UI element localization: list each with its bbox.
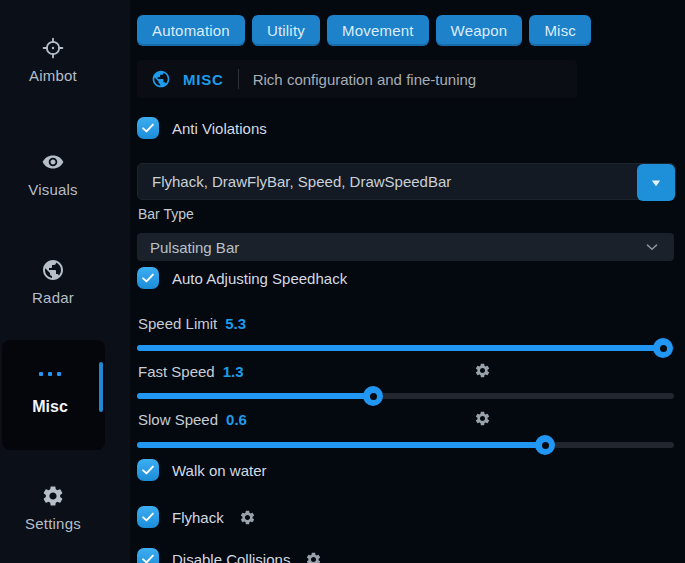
sidebar-item-label: Radar: [32, 289, 74, 306]
ellipsis-icon: [2, 372, 98, 376]
bar-type-value: Pulsating Bar: [150, 239, 643, 256]
sidebar-item-aimbot[interactable]: Aimbot: [0, 36, 106, 84]
section-subtitle: Rich configuration and fine-tuning: [253, 71, 476, 88]
slider-fill: [137, 345, 663, 351]
slider-value: 5.3: [225, 315, 246, 332]
bar-flags-field[interactable]: Flyhack, DrawFlyBar, Speed, DrawSpeedBar: [137, 163, 676, 200]
disable-collisions-row: Disable Collisions: [137, 548, 322, 563]
walk-on-water-row: Walk on water: [137, 459, 266, 481]
tab-misc[interactable]: Misc: [529, 15, 591, 46]
bar-flags-dropdown-button[interactable]: [637, 164, 675, 201]
section-title: MISC: [183, 71, 224, 88]
slider-label: Speed Limit: [138, 315, 217, 332]
tab-utility[interactable]: Utility: [252, 15, 320, 46]
slider-value: 0.6: [226, 411, 247, 428]
triangle-down-icon: [646, 173, 666, 193]
checkbox-label: Disable Collisions: [172, 551, 290, 563]
gear-icon[interactable]: [305, 551, 322, 563]
checkbox-label: Flyhack: [172, 509, 224, 526]
fast-speed-header: Fast Speed 1.3: [138, 363, 244, 380]
tab-bar: Automation Utility Movement Weapon Misc: [137, 15, 591, 46]
slider-track[interactable]: [137, 442, 674, 448]
checkbox-label: Anti Violations: [172, 120, 267, 137]
globe-icon: [151, 69, 171, 89]
main-panel: Automation Utility Movement Weapon Misc …: [137, 0, 676, 563]
sidebar-item-settings[interactable]: Settings: [0, 484, 106, 532]
auto-adjusting-speedhack-checkbox[interactable]: [137, 267, 159, 289]
slider-fill: [137, 393, 373, 399]
bar-type-select[interactable]: Pulsating Bar: [137, 233, 674, 261]
slider-label: Fast Speed: [138, 363, 215, 380]
anti-violations-row: Anti Violations: [137, 117, 267, 139]
slider-value: 1.3: [223, 363, 244, 380]
slider-knob[interactable]: [653, 338, 673, 358]
slider-fill: [137, 442, 545, 448]
sidebar-item-label: Visuals: [28, 181, 77, 198]
fast-speed-slider[interactable]: [137, 386, 674, 406]
gear-icon[interactable]: [239, 509, 256, 526]
speed-limit-slider[interactable]: [137, 338, 674, 358]
sidebar-item-label: Settings: [25, 515, 81, 532]
slider-knob[interactable]: [363, 386, 383, 406]
cheat-menu-window: Aimbot Visuals Radar Misc Settings: [0, 0, 685, 563]
sidebar-item-misc[interactable]: Misc: [2, 340, 105, 450]
gear-icon[interactable]: [474, 362, 491, 379]
section-header: MISC Rich configuration and fine-tuning: [137, 60, 577, 98]
flyhack-row: Flyhack: [137, 506, 256, 528]
tab-weapon[interactable]: Weapon: [436, 15, 523, 46]
crosshair-icon: [41, 36, 65, 60]
sidebar-item-visuals[interactable]: Visuals: [0, 150, 106, 198]
slider-label: Slow Speed: [138, 411, 218, 428]
walk-on-water-checkbox[interactable]: [137, 459, 159, 481]
auto-adjusting-speedhack-row: Auto Adjusting Speedhack: [137, 267, 347, 289]
gear-icon[interactable]: [474, 410, 491, 427]
active-indicator: [99, 362, 103, 412]
sidebar-item-label: Misc: [2, 398, 98, 416]
chevron-down-icon: [643, 238, 661, 256]
slow-speed-slider[interactable]: [137, 435, 674, 455]
anti-violations-checkbox[interactable]: [137, 117, 159, 139]
slider-track[interactable]: [137, 345, 674, 351]
tab-automation[interactable]: Automation: [137, 15, 245, 46]
slider-track[interactable]: [137, 393, 674, 399]
bar-flags-value: Flyhack, DrawFlyBar, Speed, DrawSpeedBar: [152, 173, 451, 190]
sidebar: Aimbot Visuals Radar Misc Settings: [0, 0, 130, 563]
tab-movement[interactable]: Movement: [327, 15, 429, 46]
eye-icon: [41, 150, 65, 174]
bar-type-label: Bar Type: [138, 206, 194, 222]
disable-collisions-checkbox[interactable]: [137, 548, 159, 563]
sidebar-item-radar[interactable]: Radar: [0, 258, 106, 306]
gear-icon: [41, 484, 65, 508]
slow-speed-header: Slow Speed 0.6: [138, 411, 247, 428]
slider-knob[interactable]: [535, 435, 555, 455]
divider: [238, 69, 239, 89]
globe-icon: [41, 258, 65, 282]
checkbox-label: Auto Adjusting Speedhack: [172, 270, 347, 287]
sidebar-item-label: Aimbot: [29, 67, 77, 84]
checkbox-label: Walk on water: [172, 462, 266, 479]
speed-limit-header: Speed Limit 5.3: [138, 315, 246, 332]
flyhack-checkbox[interactable]: [137, 506, 159, 528]
